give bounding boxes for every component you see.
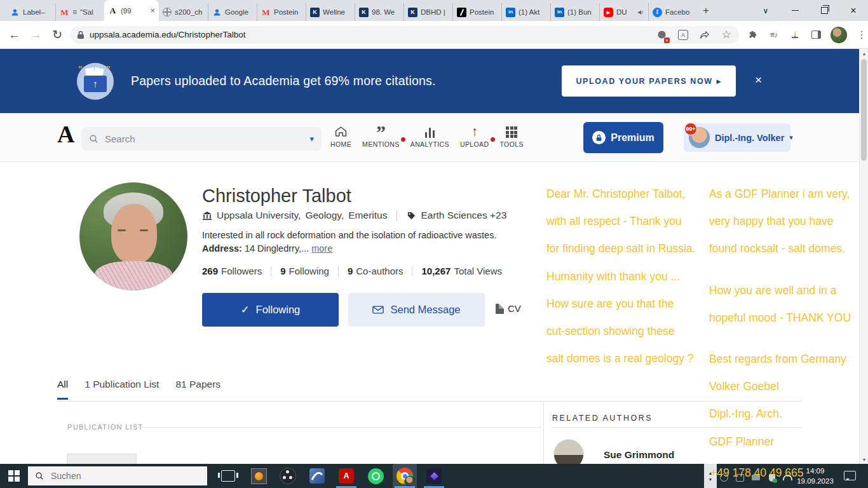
search-input[interactable] (104, 133, 304, 145)
menu-dots-icon[interactable]: ⋮ (855, 29, 868, 41)
share-icon[interactable] (698, 29, 711, 41)
upload-notification-dot (491, 137, 495, 142)
page-scrollbar[interactable]: ▲ ▼ (859, 49, 868, 464)
capture-app-icon (251, 468, 267, 484)
reload-icon[interactable]: ↻ (46, 24, 68, 46)
user-menu[interactable]: 99+ Dipl.-Ing. Volker ▾ (684, 123, 790, 152)
new-tab-button[interactable]: + (697, 2, 715, 20)
url-text: uppsala.academia.edu/ChristopherTalbot (90, 30, 650, 39)
scrollbar-thumb[interactable] (861, 59, 867, 161)
back-icon[interactable]: ← (4, 24, 25, 46)
taskbar-app-whatsapp[interactable] (363, 464, 388, 488)
taskbar-app-chrome[interactable] (393, 464, 417, 488)
tab-publication-list[interactable]: 1 Publication List (85, 379, 159, 400)
k-logo-icon: K (408, 8, 417, 17)
restore-icon[interactable] (810, 0, 839, 21)
nav-item-analytics[interactable]: ANALYTICS (410, 123, 449, 148)
affiliation-department[interactable]: Geology, (305, 210, 344, 221)
tab-title: 98. We (372, 8, 400, 16)
tab-papers[interactable]: 81 Papers (175, 379, 220, 400)
scroll-up-icon[interactable]: ▲ (860, 49, 868, 58)
browser-tab[interactable]: s200_ch (159, 3, 208, 21)
browser-tab[interactable]: ▶ DU (599, 3, 648, 21)
following-button[interactable]: ✓ Following (202, 293, 339, 327)
address-bar[interactable]: uppsala.academia.edu/ChristopherTalbot ×… (71, 26, 739, 44)
stat-label[interactable]: Following (289, 266, 329, 276)
browser-tab[interactable]: in (1) Akt (501, 3, 550, 21)
taskbar-app-cad[interactable] (305, 464, 329, 488)
stat-label[interactable]: Co-authors (356, 266, 403, 276)
facebook-icon: f (653, 8, 662, 17)
browser-tab[interactable]: f Facebo (648, 3, 697, 21)
research-interests[interactable]: Earth Sciences +23 (421, 210, 506, 221)
browser-tab-active[interactable]: A (99 × (104, 0, 159, 21)
send-message-button[interactable]: Send Message (348, 293, 485, 327)
nav-item-home[interactable]: HOME (330, 123, 351, 148)
notification-center-icon[interactable] (844, 471, 856, 480)
tab-all[interactable]: All (57, 379, 68, 400)
premium-button[interactable]: Premium (583, 122, 663, 153)
browser-tab[interactable]: M Postein (257, 3, 306, 21)
browser-tab[interactable]: M ≡ "Sal (55, 3, 104, 21)
academia-logo[interactable]: A (57, 122, 74, 146)
cv-link[interactable]: CV (496, 303, 521, 314)
start-button[interactable] (0, 464, 28, 488)
arrow-right-icon: ▸ (717, 76, 722, 86)
academia-icon: A (108, 6, 118, 15)
download-icon[interactable]: ↓ (789, 29, 801, 41)
tab-title: DU (616, 8, 634, 16)
browser-tab[interactable]: Label– (6, 3, 55, 21)
media-playlist-icon[interactable]: ≡♪ (768, 29, 780, 41)
envelope-icon (372, 306, 384, 314)
browser-tab[interactable]: K DBHD | (403, 3, 452, 21)
search-caret-icon[interactable]: ▾ (309, 134, 314, 144)
upload-papers-button[interactable]: UPLOAD YOUR PAPERS NOW▸ (562, 65, 736, 97)
browser-profile-avatar[interactable] (831, 27, 847, 43)
banner-close-icon[interactable]: × (755, 73, 762, 87)
side-panel-icon[interactable] (810, 29, 822, 41)
taskbar-app-obs[interactable] (276, 464, 300, 488)
taskbar-app-capture[interactable] (247, 464, 271, 488)
search-icon (35, 471, 44, 480)
browser-tab[interactable]: K Wellne (306, 3, 355, 21)
translate-icon[interactable]: A (677, 29, 689, 41)
bookmark-star-icon[interactable]: ☆ (720, 29, 733, 41)
audio-icon (637, 9, 644, 16)
taskbar-app-acrobat[interactable]: A (334, 464, 358, 488)
tab-search-icon[interactable]: ∨ (751, 0, 780, 21)
upload-arrow-icon: ↑ (471, 123, 478, 138)
extension-icon[interactable]: × (655, 29, 668, 41)
extensions-puzzle-icon[interactable] (747, 29, 759, 41)
acrobat-icon: A (339, 468, 354, 484)
browser-tab[interactable]: K 98. We (355, 3, 403, 21)
taskbar-search-input[interactable] (50, 470, 179, 482)
close-icon[interactable]: × (839, 0, 868, 21)
stat-label[interactable]: Followers (221, 266, 262, 276)
extension-error-badge: × (664, 37, 670, 43)
related-author-avatar[interactable] (553, 439, 584, 464)
nav-item-upload[interactable]: ↑ UPLOAD (460, 123, 489, 148)
annotation-left-column: Dear Mr. Christopher Talbot, with all re… (546, 189, 718, 381)
site-search[interactable]: ▾ (81, 127, 322, 151)
tab-close-icon[interactable]: × (150, 6, 155, 15)
forward-icon[interactable]: → (25, 24, 47, 46)
mentions-notification-dot (401, 137, 405, 142)
browser-tab[interactable]: in (1) Bun (550, 3, 599, 21)
home-icon (334, 123, 348, 138)
divider (137, 427, 542, 428)
nav-item-tools[interactable]: TOOLS (500, 123, 524, 148)
publication-list-header: PUBLICATION LIST (67, 423, 144, 431)
affiliation-university[interactable]: Uppsala University, (217, 210, 301, 221)
taskbar-search[interactable] (28, 466, 207, 485)
scroll-down-icon[interactable]: ▼ (860, 455, 868, 464)
related-author-name[interactable]: Sue Grimmond (604, 449, 674, 461)
minimize-icon[interactable] (780, 0, 810, 21)
more-link[interactable]: more (311, 243, 332, 254)
nav-item-mentions[interactable]: ” MENTIONS (362, 123, 400, 148)
tab-title: Google (225, 8, 253, 16)
browser-tab[interactable]: Google (208, 3, 257, 21)
task-view-icon[interactable] (221, 470, 235, 482)
taskbar-app-adobe[interactable] (422, 464, 446, 488)
browser-tab[interactable]: Postein (452, 3, 501, 21)
browser-tab-bar: Label– M ≡ "Sal A (99 × s200_ch Google M… (0, 0, 868, 21)
